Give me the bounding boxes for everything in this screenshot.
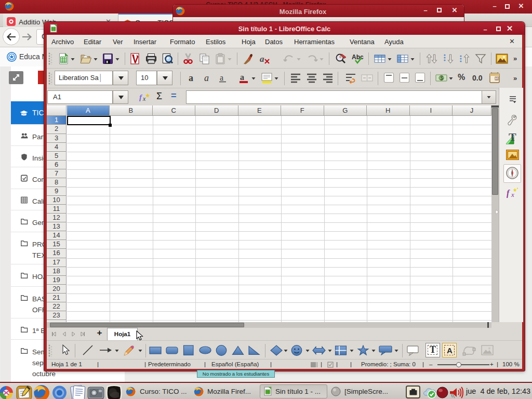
svg-text:a: a — [189, 73, 193, 83]
svg-text:a: a — [240, 73, 244, 82]
svg-text:3: 3 — [496, 77, 498, 81]
svg-text:f: f — [139, 93, 143, 101]
svg-text:$: $ — [441, 75, 444, 81]
svg-text:x: x — [511, 191, 514, 198]
svg-text:x: x — [142, 95, 146, 102]
svg-text:T: T — [509, 131, 516, 143]
svg-text:a: a — [220, 73, 223, 82]
svg-text:f: f — [507, 189, 510, 198]
svg-text:Abc: Abc — [352, 54, 364, 61]
svg-text:a: a — [204, 73, 209, 83]
svg-text:A: A — [447, 346, 453, 355]
svg-text:a: a — [260, 54, 264, 64]
